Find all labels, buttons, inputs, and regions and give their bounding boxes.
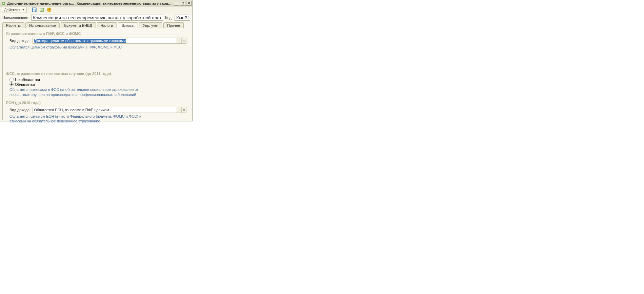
name-input[interactable]	[31, 15, 163, 21]
maximize-button[interactable]: □	[180, 1, 185, 6]
app-icon	[1, 1, 6, 6]
tab-prochee[interactable]: Прочее	[163, 22, 184, 28]
select-open-icon-2[interactable]: …	[177, 107, 181, 113]
vid-dohoda-value-2: Облагается ЕСН, взносами в ПФР целиком	[33, 107, 177, 113]
tabbar: Расчеты Использование Бухучет и ЕНВД Нал…	[0, 22, 192, 28]
code-label: Код:	[165, 16, 173, 20]
tab-ispolzovanie[interactable]: Использование	[25, 22, 60, 28]
vid-dohoda-label-2: Вид дохода:	[9, 108, 31, 112]
vid-dohoda-select-1[interactable]: Доходы, целиком облагаемые страховыми вз…	[33, 38, 186, 44]
tab-content-vznosy: Страховые взносы в ПФР, ФСС и ФОМС Вид д…	[2, 28, 190, 120]
radio-row-not-taxed[interactable]: Не облагается	[6, 78, 186, 82]
header-form-row: Наименование: Код:	[0, 13, 192, 22]
toolbar: Действия ?	[0, 6, 192, 13]
svg-text:?: ?	[48, 8, 50, 12]
svg-rect-4	[33, 10, 35, 12]
tab-raschety[interactable]: Расчеты	[2, 22, 24, 28]
vid-dohoda-label-1: Вид дохода:	[9, 39, 31, 43]
radio-not-taxed[interactable]	[9, 78, 14, 82]
tab-vznosy[interactable]: Взносы	[118, 22, 138, 28]
minimize-button[interactable]: _	[174, 1, 179, 6]
tab-nalogi[interactable]: Налоги	[97, 22, 117, 28]
name-label: Наименование:	[2, 16, 29, 20]
section3-hint: Облагается целиком ЕСН (в части Федераль…	[6, 114, 148, 124]
vid-dohoda-select-2[interactable]: Облагается ЕСН, взносами в ПФР целиком ……	[33, 107, 186, 113]
section2-hint: Облагается взносами в ФСС на обязательно…	[6, 87, 148, 97]
help-icon[interactable]: ?	[46, 7, 52, 13]
chevron-down-icon	[22, 9, 24, 11]
actions-menu-button[interactable]: Действия	[2, 7, 27, 13]
refresh-icon[interactable]	[39, 7, 45, 13]
close-button[interactable]: ✕	[186, 1, 192, 6]
code-input[interactable]	[175, 15, 190, 21]
spacer	[6, 50, 186, 70]
section-title-esn: ЕСН (до 2010 года)	[6, 101, 186, 105]
select-open-icon[interactable]: …	[177, 38, 181, 43]
vid-dohoda-row-2: Вид дохода: Облагается ЕСН, взносами в П…	[6, 107, 186, 113]
select-clear-icon[interactable]: ✕	[181, 38, 186, 43]
tab-buh[interactable]: Бухучет и ЕНВД	[61, 22, 96, 28]
titlebar[interactable]: Дополнительное начисление орга…: Компенс…	[0, 0, 192, 6]
actions-label: Действия	[4, 8, 20, 12]
vid-dohoda-value-1: Доходы, целиком облагаемые страховыми вз…	[33, 38, 177, 43]
svg-point-1	[3, 2, 4, 4]
tab-upr[interactable]: Упр. учет	[139, 22, 162, 28]
window-title: Дополнительное начисление орга…: Компенс…	[7, 1, 173, 5]
section-title-strahovye: Страховые взносы в ПФР, ФСС и ФОМС	[6, 32, 186, 36]
toolbar-separator	[29, 7, 29, 13]
radio-row-taxed[interactable]: Облагается	[6, 82, 186, 86]
save-icon[interactable]	[31, 7, 37, 13]
radio-taxed[interactable]	[9, 82, 14, 86]
select-clear-icon-2[interactable]: ✕	[181, 107, 186, 113]
radio-taxed-label: Облагается	[15, 82, 35, 86]
radio-not-taxed-label: Не облагается	[15, 78, 40, 82]
vid-dohoda-row-1: Вид дохода: Доходы, целиком облагаемые с…	[6, 38, 186, 44]
section-title-fss: ФСС, страхование от несчастных случаев (…	[6, 72, 186, 76]
svg-rect-3	[33, 8, 36, 9]
dialog-window: Дополнительное начисление орга…: Компенс…	[0, 0, 193, 121]
section1-hint: Облагается целиком страховыми взносами в…	[6, 45, 148, 50]
